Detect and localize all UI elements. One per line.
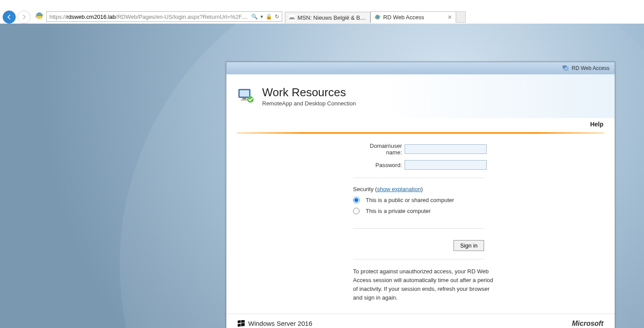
svg-rect-14 (238, 324, 241, 327)
login-form: Domain\user name: Password: Security (sh… (226, 143, 606, 303)
search-icon[interactable]: 🔍 (251, 14, 258, 20)
forward-button[interactable] (17, 10, 31, 24)
new-tab-button[interactable] (456, 11, 466, 23)
page-subtitle: RemoteApp and Desktop Connection (262, 100, 356, 107)
svg-rect-15 (241, 323, 245, 326)
browser-chrome: https://rdsweb.cm2016.lab/RDWeb/Pages/en… (0, 0, 644, 24)
separator (353, 178, 484, 178)
rd-icon (562, 66, 570, 72)
windows-logo-icon (238, 320, 245, 327)
username-input[interactable] (405, 144, 487, 154)
tab-label: MSN: Nieuws België & Buitenl... (298, 14, 367, 21)
password-label: Password: (353, 162, 402, 168)
svg-rect-13 (241, 320, 245, 323)
desktop-background: RD Web Access Work Resources RemoteApp a… (0, 24, 644, 328)
separator-orange (237, 132, 604, 134)
url-text: https://rdsweb.cm2016.lab/RDWeb/Pages/en… (49, 14, 249, 20)
page-title: Work Resources (262, 86, 356, 99)
tab-strip: MSN: Nieuws België & Buitenl... RD Web A… (285, 11, 466, 23)
msn-favicon-icon (289, 15, 295, 21)
public-computer-radio[interactable] (353, 197, 360, 203)
dropdown-icon[interactable]: ▾ (260, 14, 263, 20)
tab-rdweb[interactable]: RD Web Access ✕ (370, 11, 456, 23)
panel-footer: Windows Server 2016 Microsoft (226, 314, 615, 328)
tab-label: RD Web Access (383, 14, 445, 21)
panel-header: Work Resources RemoteApp and Desktop Con… (226, 74, 615, 118)
password-input[interactable] (405, 160, 487, 170)
security-text: Security (show explanation) (353, 186, 484, 192)
svg-rect-12 (238, 320, 241, 323)
show-explanation-link[interactable]: show explanation (377, 186, 421, 192)
refresh-icon[interactable]: ↻ (275, 14, 279, 20)
private-computer-radio[interactable] (353, 208, 360, 214)
back-button[interactable] (3, 10, 16, 24)
topbar-title: RD Web Access (572, 65, 609, 71)
username-label: Domain\user name: (353, 143, 402, 156)
svg-rect-8 (239, 90, 249, 97)
ie-logo-icon (35, 11, 44, 20)
lock-icon: 🔒 (266, 14, 272, 20)
work-resources-icon (237, 87, 256, 106)
microsoft-logo: Microsoft (572, 320, 603, 328)
svg-point-11 (247, 96, 254, 103)
close-icon[interactable]: ✕ (447, 14, 452, 21)
svg-rect-9 (242, 98, 246, 100)
separator (353, 228, 484, 229)
separator (353, 259, 484, 259)
svg-rect-6 (564, 67, 568, 70)
tab-msn[interactable]: MSN: Nieuws België & Buitenl... (285, 12, 370, 23)
arrow-right-icon (21, 14, 27, 20)
timeout-notice: To protect against unauthorized access, … (353, 267, 497, 303)
svg-rect-10 (241, 99, 248, 101)
public-computer-label: This is a public or shared computer (366, 197, 454, 203)
server-version: Windows Server 2016 (248, 320, 312, 327)
private-computer-label: This is a private computer (366, 208, 431, 214)
arrow-left-icon (6, 14, 12, 20)
ie-favicon-icon (374, 14, 381, 20)
sign-in-button[interactable]: Sign in (454, 240, 484, 251)
help-link[interactable]: Help (590, 121, 603, 128)
rd-web-panel: RD Web Access Work Resources RemoteApp a… (226, 62, 615, 328)
address-bar[interactable]: https://rdsweb.cm2016.lab/RDWeb/Pages/en… (46, 11, 282, 22)
panel-topbar: RD Web Access (226, 62, 615, 74)
